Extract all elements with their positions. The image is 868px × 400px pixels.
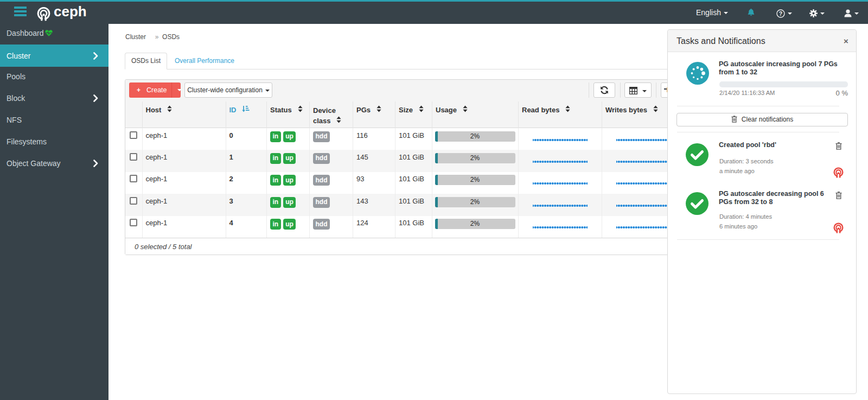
svg-text:?: ? [779, 10, 782, 16]
